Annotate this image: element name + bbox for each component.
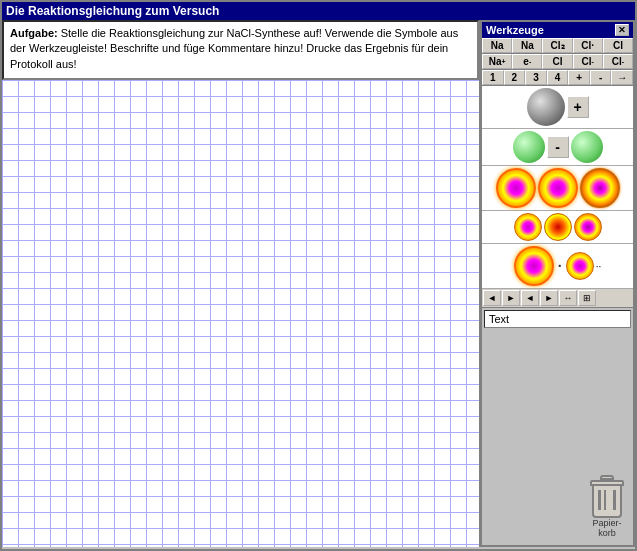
trash-body <box>592 486 622 518</box>
sym-3[interactable]: 3 <box>525 70 547 85</box>
sym-arrow[interactable]: → <box>611 70 633 85</box>
trash-label: Papier-korb <box>589 519 625 539</box>
atom-model-row-2 <box>482 211 633 244</box>
main-window: Die Reaktionsgleichung zum Versuch Aufga… <box>0 0 637 551</box>
toolbar-move[interactable]: ⊞ <box>578 290 596 306</box>
werkzeuge-title-bar: Werkzeuge ✕ <box>482 22 633 38</box>
atom-nacl-1[interactable] <box>580 168 620 208</box>
werkzeuge-title: Werkzeuge <box>486 24 544 36</box>
task-text: Stelle die Reaktionsgleichung zur NaCl-S… <box>10 27 458 70</box>
atom-model-row-1 <box>482 166 633 211</box>
left-panel: Aufgabe: Stelle die Reaktionsgleichung z… <box>2 20 480 547</box>
task-box: Aufgabe: Stelle die Reaktionsgleichung z… <box>2 20 479 80</box>
text-field-value: Text <box>489 313 509 325</box>
sphere-gray[interactable] <box>527 88 565 126</box>
grid-area[interactable] <box>2 80 479 547</box>
atom-model-row-3: · ·· <box>482 244 633 289</box>
sym-cl[interactable]: Cl <box>603 38 633 53</box>
sym-4[interactable]: 4 <box>547 70 569 85</box>
sym-plus[interactable]: + <box>568 70 590 85</box>
trash-area: Papier-korb <box>589 475 625 539</box>
dot-dot: ·· <box>596 261 602 272</box>
atom-cl-small-1[interactable] <box>544 213 572 241</box>
close-button[interactable]: ✕ <box>615 24 629 36</box>
sym-na2[interactable]: Na <box>512 38 542 53</box>
sym-cl2b[interactable]: Cl <box>542 54 572 69</box>
toolbar-expand[interactable]: ↔ <box>559 290 577 306</box>
sym-1[interactable]: 1 <box>482 70 504 85</box>
sym-cl2[interactable]: Cl₂ <box>542 38 572 53</box>
minus-button[interactable]: - <box>547 136 569 158</box>
trash-can[interactable] <box>589 475 625 517</box>
sym-2[interactable]: 2 <box>504 70 526 85</box>
sym-na1[interactable]: Na <box>482 38 512 53</box>
content-area: Aufgabe: Stelle die Reaktionsgleichung z… <box>2 20 635 547</box>
atom-na-small-2[interactable] <box>566 252 594 280</box>
sym-naplus[interactable]: Na+ <box>482 54 512 69</box>
title-bar: Die Reaktionsgleichung zum Versuch <box>2 2 635 20</box>
toolbar-row: ◄ ► ◄ ► ↔ ⊞ <box>482 289 633 308</box>
sphere-green[interactable] <box>513 131 545 163</box>
atom-row-gray: + <box>482 86 633 129</box>
sym-clminus1[interactable]: Cl- <box>573 54 603 69</box>
task-label: Aufgabe: <box>10 27 58 39</box>
toolbar-right2[interactable]: ► <box>540 290 558 306</box>
atom-na-1[interactable] <box>496 168 536 208</box>
atom-row-green: - <box>482 129 633 166</box>
werkzeuge-panel: Werkzeuge ✕ Na Na Cl₂ Cl· Cl Na+ e- Cl C… <box>480 20 635 547</box>
sym-clminus2[interactable]: Cl- <box>603 54 633 69</box>
atom-nacl-small-1[interactable] <box>574 213 602 241</box>
plus-button[interactable]: + <box>567 96 589 118</box>
window-title: Die Reaktionsgleichung zum Versuch <box>6 4 219 18</box>
toolbar-right1[interactable]: ► <box>502 290 520 306</box>
text-field-row[interactable]: Text <box>484 310 631 328</box>
symbol-row-3: 1 2 3 4 + - → <box>482 70 633 86</box>
symbol-row-2: Na+ e- Cl Cl- Cl- <box>482 54 633 70</box>
toolbar-left2[interactable]: ◄ <box>521 290 539 306</box>
grid-canvas <box>2 80 479 547</box>
dot-separator: · <box>556 258 564 274</box>
atom-na-small-1[interactable] <box>514 213 542 241</box>
atom-na-2[interactable] <box>538 168 578 208</box>
sym-cl-dot[interactable]: Cl· <box>573 38 603 53</box>
symbol-row-1: Na Na Cl₂ Cl· Cl <box>482 38 633 54</box>
sym-minus[interactable]: - <box>590 70 612 85</box>
atom-na-3[interactable] <box>514 246 554 286</box>
sphere-green-2[interactable] <box>571 131 603 163</box>
toolbar-left1[interactable]: ◄ <box>483 290 501 306</box>
sym-eminus[interactable]: e- <box>512 54 542 69</box>
